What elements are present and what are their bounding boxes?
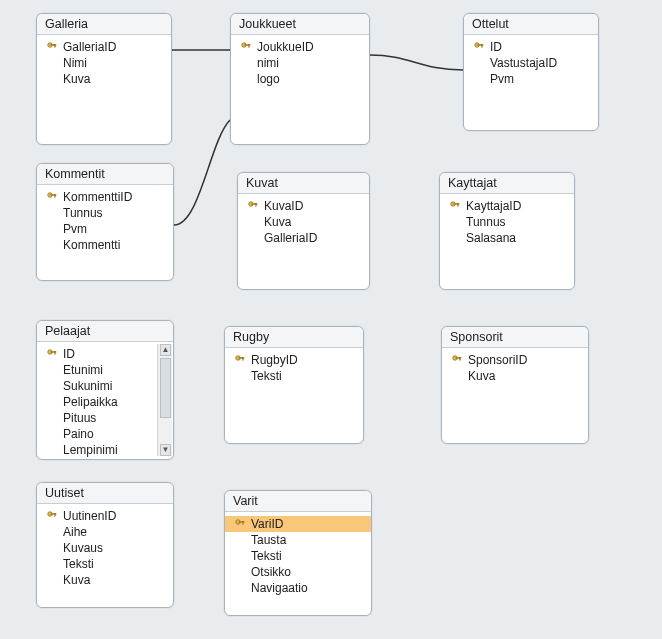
table-body: VariID Tausta Teksti Otsikko Navigaatio [225, 512, 371, 602]
table-body: ID Etunimi Sukunimi Pelipaikka Pituus Pa… [37, 342, 173, 458]
field-row[interactable]: Otsikko [225, 564, 371, 580]
field-label: SponsoriID [468, 353, 527, 367]
field-row[interactable]: Pvm [37, 221, 173, 237]
field-row[interactable]: Sukunimi [37, 378, 157, 394]
table-kommentit[interactable]: Kommentit KommenttiID Tunnus Pvm Komment… [36, 163, 174, 281]
field-row[interactable]: VariID [225, 516, 371, 532]
field-row[interactable]: Tunnus [37, 205, 173, 221]
field-row[interactable]: Lempinimi [37, 442, 157, 458]
field-label: Otsikko [251, 565, 291, 579]
primary-key-icon [47, 192, 59, 202]
svg-rect-26 [460, 357, 461, 360]
field-label: Etunimi [63, 363, 103, 377]
field-row[interactable]: Pvm [464, 71, 598, 87]
field-label: Lempinimi [63, 443, 118, 457]
table-body: KommenttiID Tunnus Pvm Kommentti [37, 185, 173, 259]
field-label: VastustajaID [490, 56, 557, 70]
field-label: Aihe [63, 525, 87, 539]
field-row[interactable]: SponsoriID [442, 352, 588, 368]
table-title: Sponsorit [442, 327, 588, 348]
table-sponsorit[interactable]: Sponsorit SponsoriID Kuva [441, 326, 589, 444]
svg-rect-5 [249, 44, 250, 47]
table-body: UutinenID Aihe Kuvaus Teksti Kuva [37, 504, 173, 594]
field-row[interactable]: Kommentti [37, 237, 173, 253]
field-row[interactable]: Nimi [37, 55, 171, 71]
field-row[interactable]: Teksti [225, 368, 363, 384]
table-galleria[interactable]: Galleria GalleriaID Nimi Kuva [36, 13, 172, 145]
field-row[interactable]: Tunnus [440, 214, 574, 230]
field-row[interactable]: Aihe [37, 524, 173, 540]
table-ottelut[interactable]: Ottelut ID VastustajaID Pvm [463, 13, 599, 131]
field-row[interactable]: Kuva [442, 368, 588, 384]
field-label: Kuvaus [63, 541, 103, 555]
svg-rect-2 [55, 44, 56, 47]
field-label: Teksti [251, 549, 282, 563]
field-row[interactable]: Paino [37, 426, 157, 442]
field-row[interactable]: Kuva [37, 71, 171, 87]
primary-key-icon [47, 349, 59, 359]
field-label: Navigaatio [251, 581, 308, 595]
field-row[interactable]: Navigaatio [225, 580, 371, 596]
svg-rect-32 [243, 521, 244, 524]
field-row[interactable]: Tausta [225, 532, 371, 548]
field-label: nimi [257, 56, 279, 70]
table-rugby[interactable]: Rugby RugbyID Teksti [224, 326, 364, 444]
field-row[interactable]: Kuvaus [37, 540, 173, 556]
table-joukkueet[interactable]: Joukkueet JoukkueID nimi logo [230, 13, 370, 145]
table-uutiset[interactable]: Uutiset UutinenID Aihe Kuvaus Teksti Kuv… [36, 482, 174, 608]
table-body: ID VastustajaID Pvm [464, 35, 598, 93]
field-label: Pvm [63, 222, 87, 236]
table-kuvat[interactable]: Kuvat KuvaID Kuva GalleriaID [237, 172, 370, 290]
field-row[interactable]: GalleriaID [238, 230, 369, 246]
primary-key-icon [235, 355, 247, 365]
field-row[interactable]: KayttajaID [440, 198, 574, 214]
field-row[interactable]: Salasana [440, 230, 574, 246]
field-row[interactable]: RugbyID [225, 352, 363, 368]
table-body: KayttajaID Tunnus Salasana [440, 194, 574, 252]
field-row[interactable]: ID [464, 39, 598, 55]
table-pelaajat[interactable]: Pelaajat ID Etunimi Sukunimi Pelipaikka … [36, 320, 174, 460]
field-row[interactable]: Pelipaikka [37, 394, 157, 410]
svg-rect-23 [243, 357, 244, 360]
field-label: Tunnus [63, 206, 103, 220]
field-row[interactable]: GalleriaID [37, 39, 171, 55]
scrollbar-thumb[interactable] [160, 358, 171, 418]
field-label: GalleriaID [63, 40, 116, 54]
field-row[interactable]: Teksti [37, 556, 173, 572]
field-label: Tausta [251, 533, 286, 547]
field-row[interactable]: UutinenID [37, 508, 173, 524]
field-row[interactable]: Etunimi [37, 362, 157, 378]
table-body: GalleriaID Nimi Kuva [37, 35, 171, 93]
field-label: Pvm [490, 72, 514, 86]
primary-key-icon [452, 355, 464, 365]
field-label: Pituus [63, 411, 96, 425]
primary-key-icon [474, 42, 486, 52]
table-title: Kayttajat [440, 173, 574, 194]
field-label: Sukunimi [63, 379, 112, 393]
svg-rect-8 [482, 44, 483, 47]
field-row[interactable]: JoukkueID [231, 39, 369, 55]
field-row[interactable]: Kuva [37, 572, 173, 588]
table-title: Pelaajat [37, 321, 173, 342]
scroll-up-arrow[interactable]: ▲ [160, 344, 171, 356]
field-row[interactable]: KommenttiID [37, 189, 173, 205]
field-row[interactable]: VastustajaID [464, 55, 598, 71]
table-title: Joukkueet [231, 14, 369, 35]
field-row[interactable]: ID [37, 346, 157, 362]
field-row[interactable]: Kuva [238, 214, 369, 230]
field-row[interactable]: logo [231, 71, 369, 87]
table-title: Varit [225, 491, 371, 512]
field-row[interactable]: nimi [231, 55, 369, 71]
table-title: Rugby [225, 327, 363, 348]
table-kayttajat[interactable]: Kayttajat KayttajaID Tunnus Salasana [439, 172, 575, 290]
field-row[interactable]: Teksti [225, 548, 371, 564]
field-row[interactable]: Pituus [37, 410, 157, 426]
table-title: Kuvat [238, 173, 369, 194]
table-varit[interactable]: Varit VariID Tausta Teksti Otsikko Navig… [224, 490, 372, 616]
field-row[interactable]: KuvaID [238, 198, 369, 214]
scroll-down-arrow[interactable]: ▼ [160, 444, 171, 456]
scrollbar[interactable]: ▲ ▼ [157, 344, 172, 456]
field-label: VariID [251, 517, 283, 531]
field-label: JoukkueID [257, 40, 314, 54]
table-title: Kommentit [37, 164, 173, 185]
